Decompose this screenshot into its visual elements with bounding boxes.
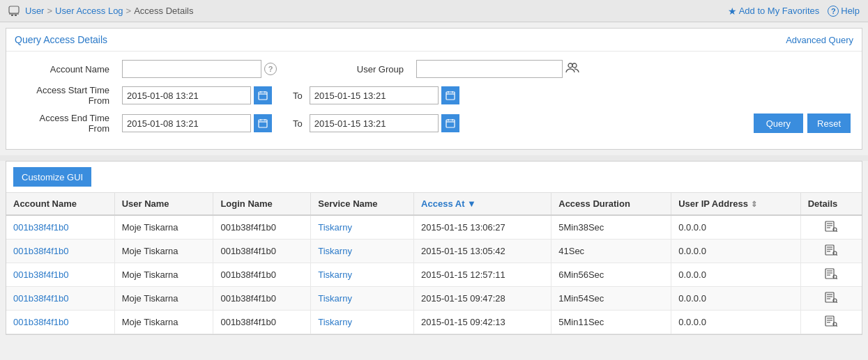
query-button[interactable]: Query xyxy=(754,114,803,133)
svg-rect-0 xyxy=(9,6,19,13)
form-row-start-time: Access Start Time From To xyxy=(17,85,851,106)
cell-service-name[interactable]: Tiskarny xyxy=(311,311,414,334)
group-select-icon[interactable] xyxy=(565,61,579,77)
cell-service-name[interactable]: Tiskarny xyxy=(311,240,414,263)
account-name-input[interactable] xyxy=(122,60,261,78)
breadcrumb-root[interactable]: User xyxy=(25,6,44,16)
access-end-from-input[interactable] xyxy=(122,114,251,132)
account-name-input-wrap: ? xyxy=(122,60,277,78)
access-start-to-input[interactable] xyxy=(310,86,439,104)
svg-rect-6 xyxy=(259,92,267,100)
svg-line-33 xyxy=(837,255,838,256)
favorites-label: Add to My Favorites xyxy=(739,6,820,16)
sort-asc-icon xyxy=(467,198,476,209)
col-account-name: Account Name xyxy=(6,193,114,215)
cell-user-name: Moje Tiskarna xyxy=(114,263,213,287)
results-panel: Customize GUI Account Name User Name Log… xyxy=(6,161,862,335)
user-group-input-wrap xyxy=(416,60,579,78)
cell-details[interactable] xyxy=(800,311,862,334)
favorites-link[interactable]: ★ Add to My Favorites xyxy=(728,6,820,17)
top-right: ★ Add to My Favorites ? Help xyxy=(728,6,860,17)
help-circle-icon: ? xyxy=(828,6,839,17)
access-start-from-label: Access Start Time From xyxy=(17,85,115,106)
cell-details[interactable] xyxy=(800,287,862,311)
cell-user-name: Moje Tiskarna xyxy=(114,311,213,334)
cell-service-name[interactable]: Tiskarny xyxy=(311,287,414,311)
access-start-to-calendar-btn[interactable] xyxy=(441,86,459,104)
svg-rect-46 xyxy=(825,316,834,326)
query-panel: Query Access Details Advanced Query Acco… xyxy=(6,28,862,150)
breadcrumb-current: Access Details xyxy=(134,6,193,16)
cell-details[interactable] xyxy=(800,240,862,263)
access-start-to-label: To xyxy=(293,91,303,101)
table-row: 001b38f4f1b0 Moje Tiskarna 001b38f4f1b0 … xyxy=(6,215,862,240)
access-end-to-calendar-btn[interactable] xyxy=(441,114,459,132)
svg-rect-40 xyxy=(825,292,834,302)
access-end-from-calendar-btn[interactable] xyxy=(254,114,272,132)
breadcrumb-sep2: > xyxy=(126,6,132,16)
svg-rect-22 xyxy=(825,221,834,231)
svg-line-45 xyxy=(837,302,838,304)
details-icon[interactable] xyxy=(825,244,837,256)
svg-rect-34 xyxy=(825,269,834,279)
cell-login-name: 001b38f4f1b0 xyxy=(213,311,311,334)
cell-access-at: 2015-01-15 13:05:42 xyxy=(414,240,551,263)
customize-gui-button[interactable]: Customize GUI xyxy=(13,167,91,187)
cell-access-duration: 1Min54Sec xyxy=(551,287,671,311)
table-row: 001b38f4f1b0 Moje Tiskarna 001b38f4f1b0 … xyxy=(6,263,862,287)
access-start-from-wrap xyxy=(122,86,272,104)
col-access-at[interactable]: Access At xyxy=(414,193,551,215)
cell-user-ip: 0.0.0.0 xyxy=(671,287,800,311)
access-end-to-wrap xyxy=(310,114,459,132)
details-icon[interactable] xyxy=(825,221,837,232)
cell-access-duration: 5Min11Sec xyxy=(551,311,671,334)
cell-account-name[interactable]: 001b38f4f1b0 xyxy=(6,287,114,311)
access-end-to-input[interactable] xyxy=(310,114,439,132)
col-user-ip[interactable]: User IP Address xyxy=(671,193,800,215)
results-toolbar: Customize GUI xyxy=(6,162,862,193)
cell-user-ip: 0.0.0.0 xyxy=(671,263,800,287)
cell-login-name: 001b38f4f1b0 xyxy=(213,215,311,240)
cell-details[interactable] xyxy=(800,263,862,287)
access-start-from-calendar-btn[interactable] xyxy=(254,86,272,104)
form-row-end-time: Access End Time From To xyxy=(17,113,851,134)
user-group-input[interactable] xyxy=(416,60,563,78)
help-label: Help xyxy=(841,6,860,16)
cell-service-name[interactable]: Tiskarny xyxy=(311,263,414,287)
cell-account-name[interactable]: 001b38f4f1b0 xyxy=(6,311,114,334)
reset-button[interactable]: Reset xyxy=(807,114,851,133)
account-name-label: Account Name xyxy=(17,64,115,75)
svg-rect-28 xyxy=(825,245,834,255)
details-icon[interactable] xyxy=(825,315,837,327)
details-icon[interactable] xyxy=(825,268,837,279)
help-link[interactable]: ? Help xyxy=(828,6,860,17)
cell-account-name[interactable]: 001b38f4f1b0 xyxy=(6,240,114,263)
svg-rect-3 xyxy=(15,15,17,16)
star-icon: ★ xyxy=(728,6,737,17)
query-form: Account Name ? User Group xyxy=(6,52,862,149)
breadcrumb-page[interactable]: User Access Log xyxy=(55,6,123,16)
cell-details[interactable] xyxy=(800,215,862,240)
col-access-duration: Access Duration xyxy=(551,193,671,215)
advanced-query-link[interactable]: Advanced Query xyxy=(786,35,853,45)
breadcrumb: User > User Access Log > Access Details xyxy=(8,6,193,17)
table-row: 001b38f4f1b0 Moje Tiskarna 001b38f4f1b0 … xyxy=(6,311,862,334)
query-panel-header: Query Access Details Advanced Query xyxy=(6,29,862,52)
cell-service-name[interactable]: Tiskarny xyxy=(311,215,414,240)
cell-access-at: 2015-01-15 12:57:11 xyxy=(414,263,551,287)
account-help-icon[interactable]: ? xyxy=(264,63,277,75)
cell-account-name[interactable]: 001b38f4f1b0 xyxy=(6,215,114,240)
details-icon[interactable] xyxy=(825,292,837,303)
access-start-from-input[interactable] xyxy=(122,86,251,104)
table-row: 001b38f4f1b0 Moje Tiskarna 001b38f4f1b0 … xyxy=(6,240,862,263)
access-end-to-label: To xyxy=(293,118,303,129)
svg-line-51 xyxy=(837,326,838,327)
svg-point-4 xyxy=(568,63,572,68)
top-bar: User > User Access Log > Access Details … xyxy=(0,0,868,22)
svg-rect-2 xyxy=(11,15,13,16)
cell-login-name: 001b38f4f1b0 xyxy=(213,240,311,263)
cell-user-name: Moje Tiskarna xyxy=(114,215,213,240)
svg-rect-14 xyxy=(259,120,267,127)
cell-account-name[interactable]: 001b38f4f1b0 xyxy=(6,263,114,287)
access-start-to-wrap xyxy=(310,86,459,104)
